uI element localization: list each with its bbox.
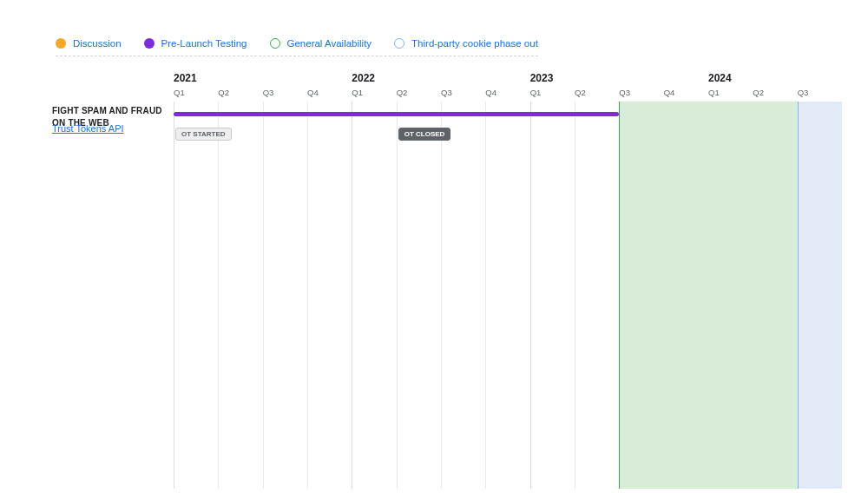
grid-line [485,102,486,489]
quarter-label: Q3 [619,88,630,97]
grid-line [263,102,264,489]
legend: Discussion Pre-Launch Testing General Av… [56,38,538,56]
quarter-label: Q2 [753,88,764,97]
grid-line [352,102,352,489]
quarter-label: Q1 [530,88,542,97]
quarter-label: Q3 [441,88,452,97]
grid-line [218,102,219,489]
grid-line [174,102,174,489]
year-label: 2021 [174,72,197,84]
quarter-label: Q1 [708,88,720,97]
grid-line [397,102,398,489]
legend-label: Third-party cookie phase out [411,38,538,49]
quarter-label: Q1 [174,88,185,97]
badge-ot-closed: OT CLOSED [398,128,451,141]
circle-icon [270,38,280,49]
legend-item-cookie[interactable]: Third-party cookie phase out [394,38,538,49]
legend-item-prelaunch[interactable]: Pre-Launch Testing [144,38,247,49]
grid-line [307,102,308,489]
quarter-label: Q3 [798,88,809,97]
circle-icon [56,38,66,49]
quarter-label: Q2 [218,88,229,97]
grid-line [441,102,442,489]
quarter-label: Q4 [307,88,319,97]
quarter-label: Q2 [575,88,586,97]
circle-icon [144,38,155,49]
legend-label: General Availability [287,38,372,49]
grid-line [530,102,531,489]
year-label: 2023 [530,72,554,84]
year-label: 2022 [352,72,375,84]
legend-item-discussion[interactable]: Discussion [56,38,122,49]
quarter-label: Q4 [664,88,675,97]
legend-label: Pre-Launch Testing [161,38,247,49]
api-link[interactable]: Trust Tokens API [52,122,124,135]
zone-cookie [798,102,842,489]
quarter-label: Q1 [352,88,363,97]
quarter-label: Q4 [485,88,496,97]
legend-item-ga[interactable]: General Availability [270,38,372,49]
year-label: 2024 [708,72,732,84]
phase-bar-prelaunch [174,112,619,116]
badge-ot-started: OT STARTED [175,128,232,141]
quarter-label: Q3 [263,88,274,97]
quarter-label: Q2 [397,88,408,97]
circle-icon [394,38,404,49]
grid-line [575,102,575,489]
legend-label: Discussion [73,38,122,49]
zone-ga [619,102,797,489]
